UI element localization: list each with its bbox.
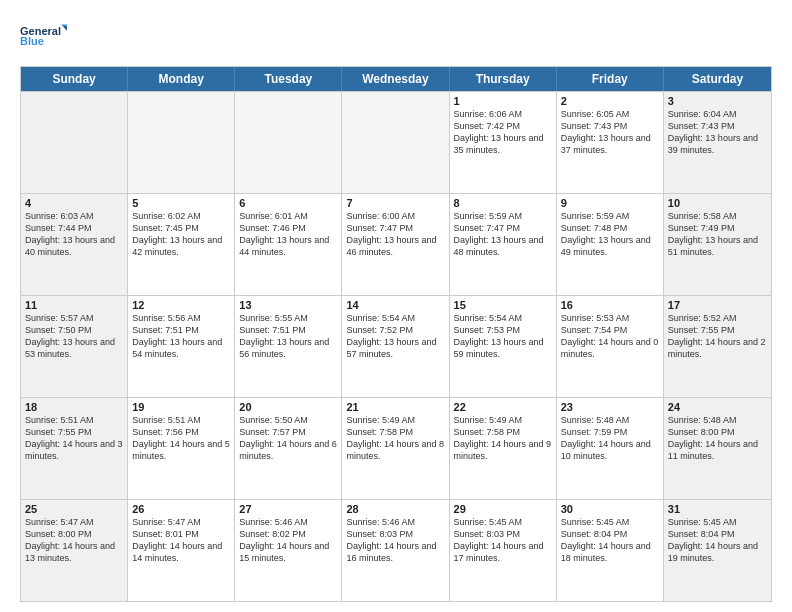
cell-content: Sunrise: 5:54 AM Sunset: 7:52 PM Dayligh… (346, 312, 444, 361)
cell-content: Sunrise: 5:46 AM Sunset: 8:02 PM Dayligh… (239, 516, 337, 565)
cell-content: Sunrise: 5:47 AM Sunset: 8:00 PM Dayligh… (25, 516, 123, 565)
cell-content: Sunrise: 5:51 AM Sunset: 7:56 PM Dayligh… (132, 414, 230, 463)
day-number: 14 (346, 299, 444, 311)
calendar-week-3: 11Sunrise: 5:57 AM Sunset: 7:50 PM Dayli… (21, 295, 771, 397)
day-number: 15 (454, 299, 552, 311)
calendar-cell: 24Sunrise: 5:48 AM Sunset: 8:00 PM Dayli… (664, 398, 771, 499)
calendar-header-tuesday: Tuesday (235, 67, 342, 91)
cell-content: Sunrise: 5:58 AM Sunset: 7:49 PM Dayligh… (668, 210, 767, 259)
calendar-week-4: 18Sunrise: 5:51 AM Sunset: 7:55 PM Dayli… (21, 397, 771, 499)
calendar-cell: 2Sunrise: 6:05 AM Sunset: 7:43 PM Daylig… (557, 92, 664, 193)
calendar-body: 1Sunrise: 6:06 AM Sunset: 7:42 PM Daylig… (21, 91, 771, 601)
cell-content: Sunrise: 6:05 AM Sunset: 7:43 PM Dayligh… (561, 108, 659, 157)
cell-content: Sunrise: 5:45 AM Sunset: 8:04 PM Dayligh… (668, 516, 767, 565)
cell-content: Sunrise: 6:00 AM Sunset: 7:47 PM Dayligh… (346, 210, 444, 259)
day-number: 28 (346, 503, 444, 515)
calendar-cell: 5Sunrise: 6:02 AM Sunset: 7:45 PM Daylig… (128, 194, 235, 295)
day-number: 4 (25, 197, 123, 209)
cell-content: Sunrise: 5:49 AM Sunset: 7:58 PM Dayligh… (346, 414, 444, 463)
calendar-cell (235, 92, 342, 193)
cell-content: Sunrise: 5:55 AM Sunset: 7:51 PM Dayligh… (239, 312, 337, 361)
calendar-week-2: 4Sunrise: 6:03 AM Sunset: 7:44 PM Daylig… (21, 193, 771, 295)
cell-content: Sunrise: 6:01 AM Sunset: 7:46 PM Dayligh… (239, 210, 337, 259)
calendar-cell: 17Sunrise: 5:52 AM Sunset: 7:55 PM Dayli… (664, 296, 771, 397)
day-number: 10 (668, 197, 767, 209)
day-number: 25 (25, 503, 123, 515)
svg-marker-3 (63, 27, 67, 31)
day-number: 11 (25, 299, 123, 311)
calendar-cell: 1Sunrise: 6:06 AM Sunset: 7:42 PM Daylig… (450, 92, 557, 193)
logo: General Blue (20, 16, 70, 56)
cell-content: Sunrise: 5:59 AM Sunset: 7:48 PM Dayligh… (561, 210, 659, 259)
cell-content: Sunrise: 5:53 AM Sunset: 7:54 PM Dayligh… (561, 312, 659, 361)
cell-content: Sunrise: 5:54 AM Sunset: 7:53 PM Dayligh… (454, 312, 552, 361)
page: General Blue SundayMondayTuesdayWednesda… (0, 0, 792, 612)
calendar-week-5: 25Sunrise: 5:47 AM Sunset: 8:00 PM Dayli… (21, 499, 771, 601)
day-number: 29 (454, 503, 552, 515)
calendar-cell (342, 92, 449, 193)
cell-content: Sunrise: 6:02 AM Sunset: 7:45 PM Dayligh… (132, 210, 230, 259)
cell-content: Sunrise: 5:48 AM Sunset: 8:00 PM Dayligh… (668, 414, 767, 463)
calendar-cell: 21Sunrise: 5:49 AM Sunset: 7:58 PM Dayli… (342, 398, 449, 499)
cell-content: Sunrise: 5:45 AM Sunset: 8:03 PM Dayligh… (454, 516, 552, 565)
svg-text:Blue: Blue (20, 35, 44, 47)
day-number: 17 (668, 299, 767, 311)
header: General Blue (20, 16, 772, 56)
calendar-cell: 12Sunrise: 5:56 AM Sunset: 7:51 PM Dayli… (128, 296, 235, 397)
calendar-header-friday: Friday (557, 67, 664, 91)
day-number: 2 (561, 95, 659, 107)
day-number: 7 (346, 197, 444, 209)
day-number: 20 (239, 401, 337, 413)
calendar-cell: 16Sunrise: 5:53 AM Sunset: 7:54 PM Dayli… (557, 296, 664, 397)
cell-content: Sunrise: 5:59 AM Sunset: 7:47 PM Dayligh… (454, 210, 552, 259)
cell-content: Sunrise: 6:03 AM Sunset: 7:44 PM Dayligh… (25, 210, 123, 259)
calendar-header-sunday: Sunday (21, 67, 128, 91)
calendar-header-monday: Monday (128, 67, 235, 91)
calendar-cell: 7Sunrise: 6:00 AM Sunset: 7:47 PM Daylig… (342, 194, 449, 295)
day-number: 19 (132, 401, 230, 413)
calendar-cell: 30Sunrise: 5:45 AM Sunset: 8:04 PM Dayli… (557, 500, 664, 601)
calendar-cell: 11Sunrise: 5:57 AM Sunset: 7:50 PM Dayli… (21, 296, 128, 397)
cell-content: Sunrise: 5:51 AM Sunset: 7:55 PM Dayligh… (25, 414, 123, 463)
calendar-cell (128, 92, 235, 193)
day-number: 1 (454, 95, 552, 107)
day-number: 23 (561, 401, 659, 413)
day-number: 9 (561, 197, 659, 209)
calendar-cell: 4Sunrise: 6:03 AM Sunset: 7:44 PM Daylig… (21, 194, 128, 295)
day-number: 24 (668, 401, 767, 413)
day-number: 27 (239, 503, 337, 515)
day-number: 3 (668, 95, 767, 107)
cell-content: Sunrise: 5:46 AM Sunset: 8:03 PM Dayligh… (346, 516, 444, 565)
calendar-cell: 26Sunrise: 5:47 AM Sunset: 8:01 PM Dayli… (128, 500, 235, 601)
calendar-cell: 23Sunrise: 5:48 AM Sunset: 7:59 PM Dayli… (557, 398, 664, 499)
calendar-cell: 15Sunrise: 5:54 AM Sunset: 7:53 PM Dayli… (450, 296, 557, 397)
cell-content: Sunrise: 5:47 AM Sunset: 8:01 PM Dayligh… (132, 516, 230, 565)
calendar-cell: 9Sunrise: 5:59 AM Sunset: 7:48 PM Daylig… (557, 194, 664, 295)
day-number: 30 (561, 503, 659, 515)
day-number: 26 (132, 503, 230, 515)
day-number: 18 (25, 401, 123, 413)
day-number: 8 (454, 197, 552, 209)
day-number: 12 (132, 299, 230, 311)
calendar-header: SundayMondayTuesdayWednesdayThursdayFrid… (21, 67, 771, 91)
cell-content: Sunrise: 5:45 AM Sunset: 8:04 PM Dayligh… (561, 516, 659, 565)
cell-content: Sunrise: 6:06 AM Sunset: 7:42 PM Dayligh… (454, 108, 552, 157)
calendar-cell: 14Sunrise: 5:54 AM Sunset: 7:52 PM Dayli… (342, 296, 449, 397)
calendar-cell: 3Sunrise: 6:04 AM Sunset: 7:43 PM Daylig… (664, 92, 771, 193)
day-number: 31 (668, 503, 767, 515)
calendar-cell: 13Sunrise: 5:55 AM Sunset: 7:51 PM Dayli… (235, 296, 342, 397)
day-number: 5 (132, 197, 230, 209)
calendar-cell: 22Sunrise: 5:49 AM Sunset: 7:58 PM Dayli… (450, 398, 557, 499)
calendar-cell: 25Sunrise: 5:47 AM Sunset: 8:00 PM Dayli… (21, 500, 128, 601)
calendar-cell: 18Sunrise: 5:51 AM Sunset: 7:55 PM Dayli… (21, 398, 128, 499)
cell-content: Sunrise: 5:56 AM Sunset: 7:51 PM Dayligh… (132, 312, 230, 361)
day-number: 22 (454, 401, 552, 413)
cell-content: Sunrise: 5:57 AM Sunset: 7:50 PM Dayligh… (25, 312, 123, 361)
calendar-cell: 28Sunrise: 5:46 AM Sunset: 8:03 PM Dayli… (342, 500, 449, 601)
calendar-cell: 19Sunrise: 5:51 AM Sunset: 7:56 PM Dayli… (128, 398, 235, 499)
calendar-week-1: 1Sunrise: 6:06 AM Sunset: 7:42 PM Daylig… (21, 91, 771, 193)
calendar: SundayMondayTuesdayWednesdayThursdayFrid… (20, 66, 772, 602)
cell-content: Sunrise: 5:48 AM Sunset: 7:59 PM Dayligh… (561, 414, 659, 463)
day-number: 21 (346, 401, 444, 413)
calendar-cell: 20Sunrise: 5:50 AM Sunset: 7:57 PM Dayli… (235, 398, 342, 499)
